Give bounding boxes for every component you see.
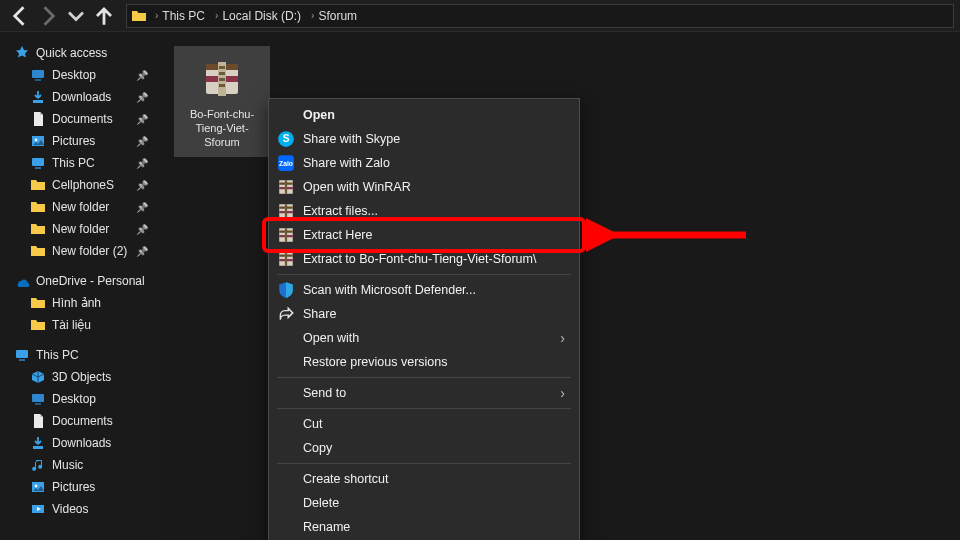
svg-rect-20 [219, 72, 225, 75]
sidebar-item-3d-objects[interactable]: 3D Objects [4, 366, 156, 388]
tree-thispc[interactable]: This PC [4, 344, 156, 366]
tree-label: Videos [52, 502, 88, 516]
svg-rect-8 [19, 359, 25, 361]
ctx-item-label: Copy [303, 441, 565, 455]
nav-back-button[interactable] [6, 3, 34, 29]
tree-label: New folder (2) [52, 244, 127, 258]
sidebar-item-videos[interactable]: Videos [4, 498, 156, 520]
tree-onedrive[interactable]: OneDrive - Personal [4, 270, 156, 292]
ctx-item-label: Open with WinRAR [303, 180, 565, 194]
tree-label: Documents [52, 112, 113, 126]
ctx-item-extract-to-bo-font-chu-tieng-viet-sforum-[interactable]: Extract to Bo-Font-chu-Tieng-Viet-Sforum… [269, 247, 579, 271]
sidebar-item-music[interactable]: Music [4, 454, 156, 476]
context-menu-separator [277, 463, 571, 464]
ctx-item-open-with[interactable]: Open with› [269, 326, 579, 350]
rar-icon [277, 202, 295, 220]
ctx-item-extract-here[interactable]: Extract Here [269, 223, 579, 247]
ctx-item-label: Send to [303, 386, 552, 400]
pin-icon: 📌 [136, 180, 148, 191]
ctx-item-delete[interactable]: Delete [269, 491, 579, 515]
nav-forward-button[interactable] [34, 3, 62, 29]
nav-up-button[interactable] [90, 3, 118, 29]
sidebar-item-desktop[interactable]: Desktop [4, 388, 156, 410]
ctx-item-cut[interactable]: Cut [269, 412, 579, 436]
svg-rect-10 [35, 403, 41, 405]
arrow-left-icon [6, 2, 34, 30]
ctx-item-open-with-winrar[interactable]: Open with WinRAR [269, 175, 579, 199]
folder-icon [30, 243, 46, 259]
ctx-item-label: Open [303, 108, 565, 122]
ctx-item-label: Scan with Microsoft Defender... [303, 283, 565, 297]
sidebar-item-new-folder[interactable]: New folder📌 [4, 196, 156, 218]
sidebar-item-documents[interactable]: Documents📌 [4, 108, 156, 130]
rar-icon [277, 226, 295, 244]
ctx-item-share-with-skype[interactable]: SShare with Skype [269, 127, 579, 151]
ctx-item-copy[interactable]: Copy [269, 436, 579, 460]
sidebar-item-this-pc[interactable]: This PC📌 [4, 152, 156, 174]
chevron-right-icon: › [560, 330, 565, 346]
ctx-item-restore-previous-versions[interactable]: Restore previous versions [269, 350, 579, 374]
breadcrumb-thispc[interactable]: ›This PC [149, 9, 207, 23]
svg-text:S: S [283, 133, 290, 144]
tree-quick-access[interactable]: Quick access [4, 42, 156, 64]
tree-label: New folder [52, 200, 109, 214]
3d-icon [30, 369, 46, 385]
pin-icon: 📌 [136, 92, 148, 103]
sidebar-item-pictures[interactable]: Pictures [4, 476, 156, 498]
folder-icon [30, 177, 46, 193]
sidebar-item-downloads[interactable]: Downloads📌 [4, 86, 156, 108]
folder-icon [30, 221, 46, 237]
thispc-icon [30, 155, 46, 171]
folder-icon [30, 317, 46, 333]
ctx-item-share-with-zalo[interactable]: ZaloShare with Zalo [269, 151, 579, 175]
tree-label: Tài liệu [52, 318, 91, 332]
pin-icon: 📌 [136, 224, 148, 235]
ctx-item-open[interactable]: Open [269, 103, 579, 127]
picture-icon [30, 133, 46, 149]
svg-rect-9 [32, 394, 44, 402]
sidebar-item-pictures[interactable]: Pictures📌 [4, 130, 156, 152]
svg-point-4 [35, 139, 38, 142]
tree-label: 3D Objects [52, 370, 111, 384]
rar-icon [277, 250, 295, 268]
ctx-item-send-to[interactable]: Send to› [269, 381, 579, 405]
file-item-selected[interactable]: Bo-Font-chu-Tieng-Viet-Sforum [174, 46, 270, 157]
svg-rect-0 [32, 70, 44, 78]
svg-text:Zalo: Zalo [279, 160, 293, 167]
svg-rect-19 [219, 66, 225, 69]
ctx-item-label: Extract files... [303, 204, 565, 218]
ctx-item-rename[interactable]: Rename [269, 515, 579, 539]
svg-rect-1 [35, 79, 41, 81]
ctx-item-create-shortcut[interactable]: Create shortcut [269, 467, 579, 491]
breadcrumb-path[interactable]: ›This PC ›Local Disk (D:) ›Sforum [126, 4, 954, 28]
svg-rect-22 [219, 84, 225, 87]
svg-rect-21 [219, 78, 225, 81]
svg-rect-7 [16, 350, 28, 358]
ctx-item-share[interactable]: Share [269, 302, 579, 326]
defender-icon [277, 281, 295, 299]
sidebar-item-documents[interactable]: Documents [4, 410, 156, 432]
sidebar-item-new-folder-2-[interactable]: New folder (2)📌 [4, 240, 156, 262]
share-icon [277, 305, 295, 323]
tree-label: Hình ảnh [52, 296, 101, 310]
sidebar-item-new-folder[interactable]: New folder📌 [4, 218, 156, 240]
breadcrumb-sforum[interactable]: ›Sforum [305, 9, 359, 23]
sidebar-item-desktop[interactable]: Desktop📌 [4, 64, 156, 86]
sidebar-item-cellphones[interactable]: CellphoneS📌 [4, 174, 156, 196]
skype-icon: S [277, 130, 295, 148]
pin-icon: 📌 [136, 202, 148, 213]
sidebar-item-t-i-li-u[interactable]: Tài liệu [4, 314, 156, 336]
ctx-item-scan-with-microsoft-defender-[interactable]: Scan with Microsoft Defender... [269, 278, 579, 302]
document-icon [30, 413, 46, 429]
sidebar-item-downloads[interactable]: Downloads [4, 432, 156, 454]
nav-recent-button[interactable] [62, 3, 90, 29]
arrow-up-icon [90, 2, 118, 30]
thispc-icon [14, 347, 30, 363]
ctx-item-extract-files-[interactable]: Extract files... [269, 199, 579, 223]
sidebar-item-h-nh-nh[interactable]: Hình ảnh [4, 292, 156, 314]
breadcrumb-localdisk[interactable]: ›Local Disk (D:) [209, 9, 303, 23]
ctx-item-label: Share [303, 307, 565, 321]
svg-rect-42 [285, 252, 287, 266]
context-menu: OpenSShare with SkypeZaloShare with Zalo… [268, 98, 580, 540]
zalo-icon: Zalo [277, 154, 295, 172]
